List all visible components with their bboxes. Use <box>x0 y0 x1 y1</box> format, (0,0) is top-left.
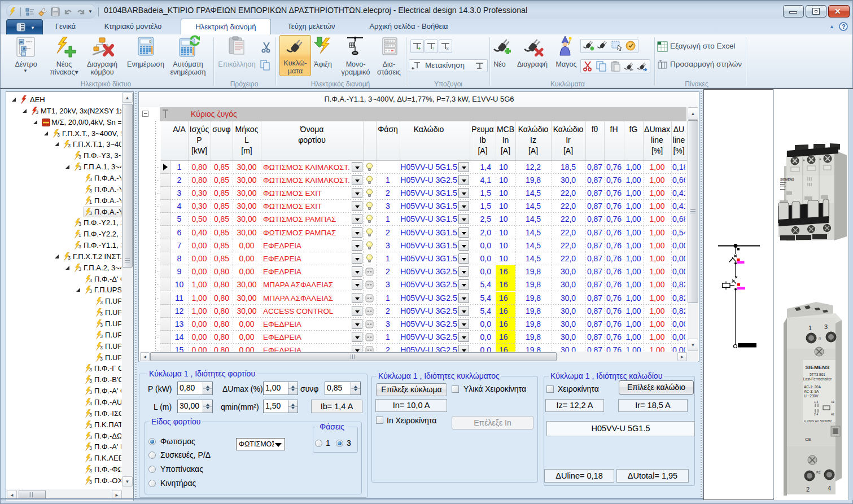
svg-text:R: R <box>819 337 821 340</box>
svg-text:AC-1: 20A: AC-1: 20A <box>804 385 821 389</box>
svg-text:1 3: 1 3 <box>814 400 818 404</box>
svg-text:0: 0 <box>149 40 151 43</box>
svg-text:Last-Fernschalter: Last-Fernschalter <box>803 377 832 381</box>
svg-text:U ~230V: U ~230V <box>804 394 819 398</box>
svg-text:A1: A1 <box>831 400 834 404</box>
svg-text:SIEMENS: SIEMENS <box>806 364 830 370</box>
svg-text:5TT3 861: 5TT3 861 <box>810 372 825 376</box>
svg-text:3: 3 <box>824 323 828 330</box>
svg-text:↑: ↑ <box>432 46 435 51</box>
svg-text:R2: R2 <box>816 471 821 474</box>
svg-text:SIEMENS: SIEMENS <box>780 178 794 181</box>
svg-text:?: ? <box>842 23 846 30</box>
svg-text:AC-3: 9A: AC-3: 9A <box>804 389 819 393</box>
svg-text:4: 4 <box>828 485 831 492</box>
svg-text:2: 2 <box>806 486 810 493</box>
svg-text:A2: A2 <box>831 413 834 416</box>
svg-text:+: + <box>418 46 421 51</box>
svg-text:CΕ: CΕ <box>805 437 811 442</box>
svg-text:2 4: 2 4 <box>814 413 818 416</box>
svg-text:1: 1 <box>808 325 812 331</box>
svg-text:U 230V AC 50/60Hz: U 230V AC 50/60Hz <box>804 419 832 423</box>
svg-text:x: x <box>446 46 449 51</box>
